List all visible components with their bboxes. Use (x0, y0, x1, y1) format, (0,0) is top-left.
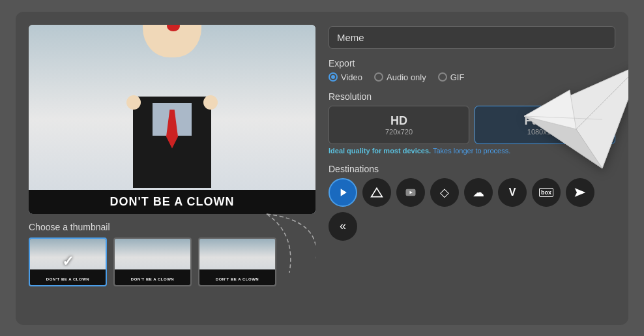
left-panel: DON'T BE A CLOWN Choose a thumbnail DON'… (29, 25, 315, 312)
thumb-caption-text-2: DON'T BE A CLOWN (131, 277, 174, 281)
thumb-caption-text-1: DON'T BE A CLOWN (46, 277, 89, 281)
res-full-sub: 1080x1080 (480, 128, 609, 136)
export-label: Export (329, 58, 615, 69)
thumb-caption-2: DON'T BE A CLOWN (115, 269, 190, 285)
resolution-section: Resolution HD 720x720 Full HD 1080x1080 … (329, 91, 615, 155)
play-icon (336, 186, 349, 199)
radio-audio[interactable]: Audio only (374, 72, 426, 82)
thumb-caption-text-3: DON'T BE A CLOWN (216, 277, 259, 281)
dest-direct[interactable] (329, 178, 357, 207)
svg-marker-1 (372, 188, 383, 196)
thumbnail-label: Choose a thumbnail (29, 222, 315, 232)
quality-note: Ideal quality for most devices. Takes lo… (329, 147, 615, 155)
meme-title-input[interactable] (329, 26, 615, 49)
radio-label-gif: GIF (450, 72, 465, 82)
caption-text: DON'T BE A CLOWN (110, 195, 235, 208)
dest-cloud[interactable]: ☁ (464, 178, 493, 207)
vimeo-icon: V (509, 187, 516, 198)
thumb-caption-3: DON'T BE A CLOWN (199, 269, 275, 285)
clown-figure (120, 44, 224, 188)
cloud-icon: ☁ (473, 185, 484, 200)
radio-label-video: Video (341, 72, 362, 82)
dest-send[interactable] (566, 178, 594, 207)
youtube-icon (403, 187, 418, 198)
thumbnail-1[interactable]: DON'T BE A CLOWN ✓ (29, 237, 107, 286)
quality-note-strong: Ideal quality for most devices. (329, 147, 431, 155)
res-full-title: Full HD (480, 114, 609, 128)
rewind-icon: « (340, 219, 346, 233)
quality-note-rest: Takes longer to process. (433, 147, 510, 155)
svg-marker-0 (341, 189, 347, 196)
caption-bar: DON'T BE A CLOWN (29, 190, 315, 214)
svg-marker-4 (575, 188, 586, 196)
destinations-section: Destinations ◇ ☁ V (329, 164, 615, 241)
radio-video[interactable]: Video (329, 72, 362, 82)
dest-drive[interactable] (362, 178, 391, 207)
video-preview: DON'T BE A CLOWN (29, 25, 315, 214)
radio-circle-video (329, 72, 338, 82)
dest-dropbox[interactable]: ◇ (430, 178, 459, 207)
resolution-cards: HD 720x720 Full HD 1080x1080 (329, 106, 615, 144)
resolution-label: Resolution (329, 91, 615, 102)
res-hd-sub: 720x720 (334, 128, 463, 136)
dest-rewind[interactable]: « (329, 212, 357, 241)
clown-hands (126, 95, 218, 110)
thumbnail-3[interactable]: DON'T BE A CLOWN (198, 237, 276, 286)
thumbnails-row: DON'T BE A CLOWN ✓ DON'T BE A CLOWN DON'… (29, 237, 315, 286)
main-container: DON'T BE A CLOWN Choose a thumbnail DON'… (16, 12, 628, 325)
radio-circle-audio (374, 72, 383, 82)
box-icon: box (539, 188, 553, 197)
thumbnail-2[interactable]: DON'T BE A CLOWN (113, 237, 192, 286)
export-section: Export Video Audio only GIF (329, 58, 615, 82)
right-panel: Export Video Audio only GIF (329, 25, 615, 312)
drive-icon (370, 186, 383, 199)
res-card-full[interactable]: Full HD 1080x1080 (475, 106, 615, 144)
send-icon (574, 186, 587, 199)
dest-box[interactable]: box (532, 178, 561, 207)
dest-youtube[interactable] (396, 178, 425, 207)
export-options: Video Audio only GIF (329, 72, 615, 82)
radio-circle-gif (438, 72, 447, 82)
thumb-check-1: ✓ (62, 253, 74, 270)
thumb-caption-1: DON'T BE A CLOWN (30, 269, 106, 285)
dest-vimeo[interactable]: V (498, 178, 527, 207)
radio-label-audio: Audio only (387, 72, 426, 82)
hand-left (126, 95, 141, 110)
destinations-grid: ◇ ☁ V box « (329, 178, 615, 241)
dropbox-icon: ◇ (440, 185, 449, 200)
clown-body (133, 97, 211, 188)
destinations-label: Destinations (329, 164, 615, 174)
hand-right (203, 95, 218, 110)
res-card-hd[interactable]: HD 720x720 (329, 106, 469, 144)
res-hd-title: HD (334, 114, 463, 128)
thumbnail-section: Choose a thumbnail DON'T BE A CLOWN ✓ DO… (29, 222, 315, 286)
radio-inner-video (331, 75, 335, 79)
radio-gif[interactable]: GIF (438, 72, 465, 82)
